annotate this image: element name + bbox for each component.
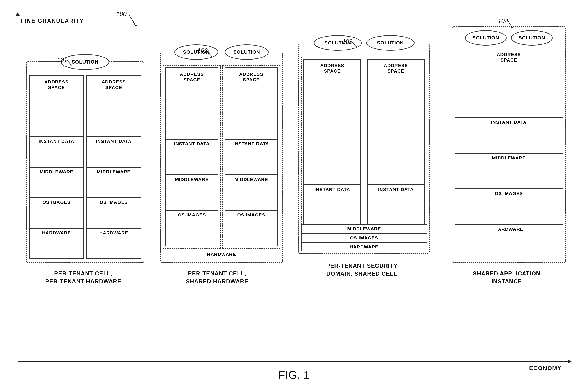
cell-103-middleware: MIDDLEWARE [301, 224, 427, 233]
cell-104-os: OS IMAGES [455, 189, 563, 225]
solution-ovals-102: SOLUTION SOLUTION [169, 45, 274, 60]
solution-oval-102-r: SOLUTION [225, 45, 269, 60]
solution-oval-104-r: SOLUTION [511, 30, 553, 46]
x-axis-arrow [568, 360, 572, 364]
cell-103-hardware: HARDWARE [301, 242, 427, 251]
cell-102-r-address: ADDRESSSPACE [225, 68, 277, 139]
cell-103-l-address: ADDRESSSPACE [304, 59, 361, 185]
cell-102-r-os: OS IMAGES [225, 210, 277, 246]
svg-marker-9 [511, 27, 513, 29]
cell-102-l-instant: INSTANT DATA [166, 139, 218, 175]
sub-box-102-r: ADDRESSSPACE INSTANT DATA MIDDLEWARE OS … [222, 65, 280, 249]
sub-box-103-l: ADDRESSSPACE INSTANT DATA [301, 56, 363, 250]
ref-100-arrow [116, 14, 143, 32]
ref-104-arrow [506, 19, 516, 30]
y-axis [18, 13, 18, 362]
cell-101-r-os: OS IMAGES [86, 198, 141, 228]
col-102-right: ADDRESSSPACE INSTANT DATA MIDDLEWARE OS … [225, 68, 278, 246]
cell-101-l-instant: INSTANT DATA [29, 137, 84, 167]
solution-oval-103-r: SOLUTION [366, 35, 415, 51]
col-101-right: ADDRESSSPACE INSTANT DATA MIDDLEWARE OS … [86, 75, 141, 259]
cell-102-r-instant: INSTANT DATA [225, 139, 277, 175]
col-102-left: ADDRESSSPACE INSTANT DATA MIDDLEWARE OS … [165, 68, 218, 246]
svg-marker-7 [355, 46, 357, 48]
cell-101-r-instant: INSTANT DATA [86, 137, 141, 167]
ref-103-arrow [350, 41, 361, 49]
cell-102-r-middleware: MIDDLEWARE [225, 175, 277, 211]
diagram: FINE GRANULARITY ECONOMY 100 SOLUTION AD… [0, 0, 588, 388]
cell-102-hardware: HARDWARE [163, 249, 280, 259]
cell-101-r-address: ADDRESSSPACE [86, 75, 141, 137]
cell-101-r-hardware: HARDWARE [86, 228, 141, 259]
shared-rows-103: MIDDLEWARE OS IMAGES HARDWARE [301, 224, 427, 251]
ref-102-arrow [205, 50, 216, 59]
cell-101-l-os: OS IMAGES [29, 198, 84, 228]
caption-104: SHARED APPLICATIONINSTANCE [436, 269, 577, 286]
cell-104-instant: INSTANT DATA [455, 118, 563, 153]
col-103-right: ADDRESSSPACE INSTANT DATA [367, 59, 425, 248]
cell-102-l-middleware: MIDDLEWARE [166, 175, 218, 211]
svg-marker-3 [70, 64, 72, 66]
col-101-left: ADDRESSSPACE INSTANT DATA MIDDLEWARE OS … [29, 75, 84, 259]
sub-box-102-l: ADDRESSSPACE INSTANT DATA MIDDLEWARE OS … [163, 65, 221, 249]
caption-103: PER-TENANT SECURITYDOMAIN, SHARED CELL [283, 262, 441, 278]
svg-marker-1 [135, 25, 137, 27]
x-axis [18, 361, 570, 362]
cell-104-address: ADDRESSSPACE [455, 50, 563, 118]
caption-102: PER-TENANT CELL,SHARED HARDWARE [147, 269, 287, 286]
cell-103-r-address: ADDRESSSPACE [367, 59, 424, 185]
cell-101-r-middleware: MIDDLEWARE [86, 167, 141, 198]
outer-box-101: SOLUTION ADDRESSSPACE INSTANT DATA MIDDL… [26, 61, 144, 263]
y-axis-arrow [16, 12, 20, 16]
sub-box-103-r: ADDRESSSPACE INSTANT DATA [365, 56, 427, 250]
outer-box-104: SOLUTION SOLUTION ADDRESSSPACE INSTANT D… [452, 26, 566, 263]
cell-102-l-os: OS IMAGES [166, 210, 218, 246]
cell-103-os: OS IMAGES [301, 233, 427, 242]
fig-label: FIG. 1 [278, 368, 310, 381]
svg-line-0 [129, 15, 136, 26]
shared-rows-104: ADDRESSSPACE INSTANT DATA MIDDLEWARE OS … [455, 50, 563, 260]
col-103-left: ADDRESSSPACE INSTANT DATA [303, 59, 361, 248]
cell-104-hardware: HARDWARE [455, 225, 563, 260]
x-axis-label: ECONOMY [529, 365, 562, 372]
solution-oval-104-l: SOLUTION [465, 30, 507, 46]
cell-102-l-address: ADDRESSSPACE [166, 68, 218, 139]
svg-line-8 [508, 20, 512, 28]
cell-101-l-hardware: HARDWARE [29, 228, 84, 259]
cell-104-middleware: MIDDLEWARE [455, 153, 563, 189]
outer-box-103: SOLUTION SOLUTION ADDRESSSPACE INSTANT D… [298, 44, 430, 254]
cell-101-l-address: ADDRESSSPACE [29, 75, 84, 137]
y-axis-label: FINE GRANULARITY [21, 18, 84, 24]
caption-101: PER-TENANT CELL,PER-TENANT HARDWARE [13, 269, 154, 286]
solution-ovals-104: SOLUTION SOLUTION [458, 30, 559, 46]
outer-box-102: SOLUTION SOLUTION ADDRESSSPACE INSTANT D… [160, 52, 283, 263]
svg-marker-5 [211, 56, 213, 57]
solution-ovals-103: SOLUTION SOLUTION [307, 35, 421, 51]
solution-label-101: SOLUTION [72, 59, 99, 65]
cell-101-l-middleware: MIDDLEWARE [29, 167, 84, 198]
ref-101-arrow [65, 59, 76, 68]
